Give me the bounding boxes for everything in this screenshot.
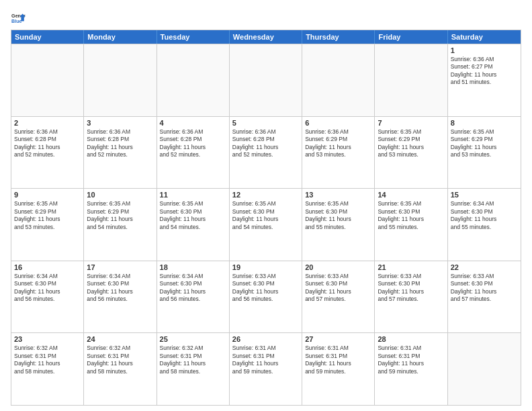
calendar-row: 1Sunrise: 6:36 AM Sunset: 6:27 PM Daylig… — [11, 44, 521, 116]
day-number: 28 — [378, 335, 444, 343]
svg-text:Blue: Blue — [11, 19, 22, 24]
day-number: 6 — [305, 119, 371, 127]
day-info: Sunrise: 6:35 AM Sunset: 6:29 PM Dayligh… — [14, 200, 81, 231]
header: General Blue — [11, 11, 521, 26]
day-info: Sunrise: 6:34 AM Sunset: 6:30 PM Dayligh… — [14, 273, 81, 304]
day-info: Sunrise: 6:36 AM Sunset: 6:28 PM Dayligh… — [232, 128, 299, 159]
calendar-cell: 23Sunrise: 6:32 AM Sunset: 6:31 PM Dayli… — [11, 333, 84, 405]
calendar-cell — [157, 44, 230, 116]
calendar-cell — [448, 333, 521, 405]
day-info: Sunrise: 6:34 AM Sunset: 6:30 PM Dayligh… — [160, 273, 226, 304]
day-info: Sunrise: 6:35 AM Sunset: 6:30 PM Dayligh… — [160, 200, 226, 231]
calendar-cell: 2Sunrise: 6:36 AM Sunset: 6:28 PM Daylig… — [11, 117, 84, 189]
calendar-cell — [230, 44, 302, 116]
weekday-header: Thursday — [302, 30, 375, 44]
page: General Blue SundayMondayTuesdayWednesda… — [0, 0, 532, 411]
calendar-cell — [11, 44, 84, 116]
day-info: Sunrise: 6:35 AM Sunset: 6:29 PM Dayligh… — [378, 128, 444, 159]
calendar-body: 1Sunrise: 6:36 AM Sunset: 6:27 PM Daylig… — [11, 44, 521, 405]
day-info: Sunrise: 6:34 AM Sunset: 6:30 PM Dayligh… — [87, 273, 153, 304]
calendar-cell: 17Sunrise: 6:34 AM Sunset: 6:30 PM Dayli… — [84, 261, 157, 333]
day-info: Sunrise: 6:33 AM Sunset: 6:30 PM Dayligh… — [232, 273, 299, 304]
weekday-header: Friday — [375, 30, 447, 44]
weekday-header: Monday — [84, 30, 157, 44]
day-number: 26 — [232, 335, 299, 343]
calendar-cell: 22Sunrise: 6:33 AM Sunset: 6:30 PM Dayli… — [448, 261, 521, 333]
day-info: Sunrise: 6:31 AM Sunset: 6:31 PM Dayligh… — [305, 345, 371, 375]
day-number: 27 — [305, 335, 371, 343]
day-number: 2 — [14, 119, 81, 127]
day-number: 25 — [160, 335, 226, 343]
calendar-cell: 3Sunrise: 6:36 AM Sunset: 6:28 PM Daylig… — [84, 117, 157, 189]
day-info: Sunrise: 6:32 AM Sunset: 6:31 PM Dayligh… — [14, 345, 81, 375]
calendar-cell: 15Sunrise: 6:34 AM Sunset: 6:30 PM Dayli… — [448, 189, 521, 261]
day-number: 12 — [232, 191, 299, 199]
weekday-header: Tuesday — [157, 30, 230, 44]
day-info: Sunrise: 6:33 AM Sunset: 6:30 PM Dayligh… — [305, 273, 371, 304]
day-info: Sunrise: 6:35 AM Sunset: 6:29 PM Dayligh… — [87, 200, 153, 231]
day-number: 3 — [87, 119, 153, 127]
logo-icon: General Blue — [11, 11, 26, 26]
calendar-cell: 28Sunrise: 6:31 AM Sunset: 6:31 PM Dayli… — [375, 333, 447, 405]
day-number: 23 — [14, 335, 81, 343]
calendar-cell: 9Sunrise: 6:35 AM Sunset: 6:29 PM Daylig… — [11, 189, 84, 261]
calendar-cell: 13Sunrise: 6:35 AM Sunset: 6:30 PM Dayli… — [302, 189, 375, 261]
weekday-header: Saturday — [448, 30, 521, 44]
day-number: 10 — [87, 191, 153, 199]
calendar-row: 16Sunrise: 6:34 AM Sunset: 6:30 PM Dayli… — [11, 261, 521, 333]
day-number: 24 — [87, 335, 153, 343]
calendar: SundayMondayTuesdayWednesdayThursdayFrid… — [11, 30, 521, 406]
calendar-cell: 14Sunrise: 6:35 AM Sunset: 6:30 PM Dayli… — [375, 189, 447, 261]
calendar-cell: 10Sunrise: 6:35 AM Sunset: 6:29 PM Dayli… — [84, 189, 157, 261]
day-number: 21 — [378, 263, 444, 271]
calendar-cell: 8Sunrise: 6:35 AM Sunset: 6:29 PM Daylig… — [448, 117, 521, 189]
day-number: 7 — [378, 119, 444, 127]
day-info: Sunrise: 6:34 AM Sunset: 6:30 PM Dayligh… — [451, 200, 518, 231]
day-number: 1 — [451, 46, 518, 54]
calendar-row: 23Sunrise: 6:32 AM Sunset: 6:31 PM Dayli… — [11, 332, 521, 405]
calendar-cell: 12Sunrise: 6:35 AM Sunset: 6:30 PM Dayli… — [230, 189, 302, 261]
day-info: Sunrise: 6:35 AM Sunset: 6:30 PM Dayligh… — [305, 200, 371, 231]
calendar-cell: 27Sunrise: 6:31 AM Sunset: 6:31 PM Dayli… — [302, 333, 375, 405]
calendar-row: 2Sunrise: 6:36 AM Sunset: 6:28 PM Daylig… — [11, 116, 521, 189]
calendar-cell: 16Sunrise: 6:34 AM Sunset: 6:30 PM Dayli… — [11, 261, 84, 333]
day-number: 9 — [14, 191, 81, 199]
calendar-cell: 6Sunrise: 6:36 AM Sunset: 6:29 PM Daylig… — [302, 117, 375, 189]
weekday-header: Sunday — [11, 30, 84, 44]
calendar-cell: 19Sunrise: 6:33 AM Sunset: 6:30 PM Dayli… — [230, 261, 302, 333]
day-info: Sunrise: 6:32 AM Sunset: 6:31 PM Dayligh… — [87, 345, 153, 375]
day-number: 17 — [87, 263, 153, 271]
day-info: Sunrise: 6:35 AM Sunset: 6:30 PM Dayligh… — [378, 200, 444, 231]
calendar-cell — [375, 44, 447, 116]
day-info: Sunrise: 6:32 AM Sunset: 6:31 PM Dayligh… — [160, 345, 226, 375]
calendar-cell: 25Sunrise: 6:32 AM Sunset: 6:31 PM Dayli… — [157, 333, 230, 405]
day-number: 8 — [451, 119, 518, 127]
day-number: 16 — [14, 263, 81, 271]
calendar-cell — [302, 44, 375, 116]
day-info: Sunrise: 6:35 AM Sunset: 6:30 PM Dayligh… — [232, 200, 299, 231]
day-info: Sunrise: 6:35 AM Sunset: 6:29 PM Dayligh… — [451, 128, 518, 159]
calendar-row: 9Sunrise: 6:35 AM Sunset: 6:29 PM Daylig… — [11, 188, 521, 261]
day-info: Sunrise: 6:36 AM Sunset: 6:28 PM Dayligh… — [87, 128, 153, 159]
day-info: Sunrise: 6:36 AM Sunset: 6:29 PM Dayligh… — [305, 128, 371, 159]
calendar-cell — [84, 44, 157, 116]
day-number: 13 — [305, 191, 371, 199]
calendar-cell: 7Sunrise: 6:35 AM Sunset: 6:29 PM Daylig… — [375, 117, 447, 189]
calendar-header: SundayMondayTuesdayWednesdayThursdayFrid… — [11, 30, 521, 44]
calendar-cell: 21Sunrise: 6:33 AM Sunset: 6:30 PM Dayli… — [375, 261, 447, 333]
calendar-cell: 18Sunrise: 6:34 AM Sunset: 6:30 PM Dayli… — [157, 261, 230, 333]
day-info: Sunrise: 6:31 AM Sunset: 6:31 PM Dayligh… — [232, 345, 299, 375]
day-info: Sunrise: 6:36 AM Sunset: 6:28 PM Dayligh… — [14, 128, 81, 159]
weekday-header: Wednesday — [230, 30, 302, 44]
day-number: 4 — [160, 119, 226, 127]
day-number: 22 — [451, 263, 518, 271]
day-info: Sunrise: 6:36 AM Sunset: 6:27 PM Dayligh… — [451, 56, 518, 87]
day-number: 14 — [378, 191, 444, 199]
calendar-cell: 20Sunrise: 6:33 AM Sunset: 6:30 PM Dayli… — [302, 261, 375, 333]
calendar-cell: 26Sunrise: 6:31 AM Sunset: 6:31 PM Dayli… — [230, 333, 302, 405]
calendar-cell: 4Sunrise: 6:36 AM Sunset: 6:28 PM Daylig… — [157, 117, 230, 189]
calendar-cell: 11Sunrise: 6:35 AM Sunset: 6:30 PM Dayli… — [157, 189, 230, 261]
logo: General Blue — [11, 11, 26, 26]
calendar-cell: 1Sunrise: 6:36 AM Sunset: 6:27 PM Daylig… — [448, 44, 521, 116]
calendar-cell: 5Sunrise: 6:36 AM Sunset: 6:28 PM Daylig… — [230, 117, 302, 189]
